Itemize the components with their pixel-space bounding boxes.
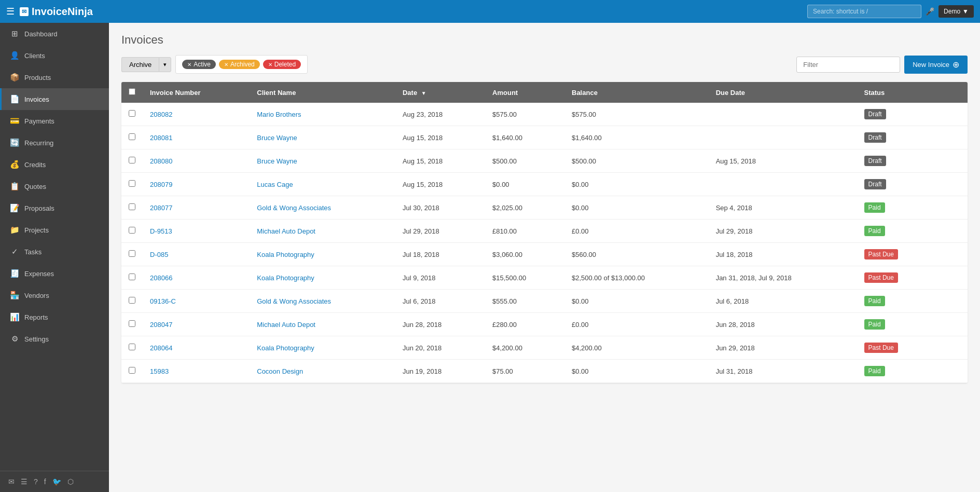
demo-button[interactable]: Demo ▼ [938,5,974,18]
client-name-link[interactable]: Koala Photography [257,344,314,352]
invoice-number-link[interactable]: 208064 [150,344,172,352]
invoice-number-link[interactable]: D-085 [150,251,168,258]
invoice-number-link[interactable]: 208081 [150,134,172,142]
row-client-name: Koala Photography [250,243,395,266]
client-name-link[interactable]: Michael Auto Depot [257,227,315,235]
header-status[interactable]: Status [857,82,936,103]
archive-dropdown-button[interactable]: ▾ [159,57,171,72]
archive-main-button[interactable]: Archive [121,57,159,72]
header-invoice-number[interactable]: Invoice Number [143,82,250,103]
new-invoice-button[interactable]: New Invoice ⊕ [904,56,968,74]
sidebar-item-recurring[interactable]: 🔄 Recurring [0,132,109,154]
sidebar-item-proposals[interactable]: 📝 Proposals [0,197,109,219]
client-name-link[interactable]: Mario Brothers [257,111,301,118]
row-checkbox[interactable] [129,203,135,210]
row-status: Past Due [857,243,936,266]
row-checkbox[interactable] [129,297,135,304]
header-balance[interactable]: Balance [564,82,709,103]
sidebar-item-expenses[interactable]: 🧾 Expenses [0,263,109,284]
archived-status-tag[interactable]: ✕ Archived [219,60,260,69]
row-checkbox[interactable] [129,157,135,163]
row-checkbox-cell [121,243,143,266]
client-name-link[interactable]: Gold & Wong Associates [257,204,331,212]
invoice-number-link[interactable]: 208066 [150,274,172,282]
page-title: Invoices [121,33,968,47]
bottom-facebook-icon[interactable]: f [41,475,49,488]
sidebar-item-reports[interactable]: 📊 Reports [0,306,109,328]
microphone-icon[interactable]: 🎤 [926,7,934,16]
row-invoice-number: 208047 [143,313,250,336]
sidebar-label-recurring: Recurring [24,139,53,147]
client-name-link[interactable]: Bruce Wayne [257,134,297,142]
row-checkbox-cell [121,266,143,290]
search-input[interactable] [807,5,921,18]
row-status: Past Due [857,336,936,360]
hamburger-button[interactable]: ☰ [6,6,15,17]
row-checkbox[interactable] [129,367,135,374]
select-all-checkbox[interactable] [129,88,135,95]
reports-icon: 📊 [10,312,19,322]
invoice-number-link[interactable]: D-9513 [150,227,172,235]
row-checkbox[interactable] [129,133,135,140]
sidebar-item-payments[interactable]: 💳 Payments [0,110,109,132]
sidebar-label-invoices: Invoices [24,95,49,103]
sidebar-label-reports: Reports [24,313,48,321]
header-due-date[interactable]: Due Date [709,82,857,103]
row-status: Paid [857,196,936,220]
row-amount: $500.00 [485,149,564,173]
sidebar-item-dashboard[interactable]: ⊞ Dashboard [0,23,109,45]
client-name-link[interactable]: Michael Auto Depot [257,321,315,329]
bottom-email-icon[interactable]: ✉ [5,475,18,488]
row-invoice-number: D-9513 [143,220,250,243]
row-amount: $575.00 [485,103,564,126]
bottom-twitter-icon[interactable]: 🐦 [49,475,64,488]
header-amount[interactable]: Amount [485,82,564,103]
sidebar-item-projects[interactable]: 📁 Projects [0,219,109,241]
row-checkbox[interactable] [129,227,135,234]
invoice-number-link[interactable]: 208077 [150,204,172,212]
sidebar-item-invoices[interactable]: 📄 Invoices [0,88,109,110]
table-row: 208064 Koala Photography Jun 20, 2018 $4… [121,336,968,360]
deleted-status-tag[interactable]: ✕ Deleted [263,60,301,69]
active-status-tag[interactable]: ✕ Active [182,60,216,69]
client-name-link[interactable]: Cocoon Design [257,367,303,375]
sidebar-item-settings[interactable]: ⚙ Settings [0,328,109,350]
row-checkbox[interactable] [129,320,135,327]
row-checkbox[interactable] [129,274,135,280]
invoice-number-link[interactable]: 15983 [150,367,169,375]
toolbar-right: New Invoice ⊕ [796,56,968,74]
invoice-number-link[interactable]: 208080 [150,157,172,165]
sidebar-item-products[interactable]: 📦 Products [0,66,109,88]
client-name-link[interactable]: Gold & Wong Associates [257,297,331,305]
row-status: Paid [857,290,936,313]
sidebar-label-quotes: Quotes [24,183,46,190]
sidebar-item-vendors[interactable]: 🏪 Vendors [0,284,109,306]
sidebar-item-quotes[interactable]: 📋 Quotes [0,175,109,197]
bottom-list-icon[interactable]: ☰ [18,475,31,488]
row-checkbox[interactable] [129,344,135,350]
header-date[interactable]: Date ▼ [395,82,485,103]
bottom-github-icon[interactable]: ⬡ [64,475,77,488]
client-name-link[interactable]: Koala Photography [257,251,314,258]
client-name-link[interactable]: Bruce Wayne [257,157,297,165]
table-row: 15983 Cocoon Design Jun 19, 2018 $75.00 … [121,360,968,383]
row-checkbox[interactable] [129,110,135,117]
client-name-link[interactable]: Koala Photography [257,274,314,282]
filter-input[interactable] [796,57,900,73]
invoice-number-link[interactable]: 208047 [150,321,172,329]
table-row: D-085 Koala Photography Jul 18, 2018 $3,… [121,243,968,266]
invoice-number-link[interactable]: 208079 [150,181,172,188]
invoice-number-link[interactable]: 09136-C [150,297,176,305]
invoice-number-link[interactable]: 208082 [150,111,172,118]
header-client-name[interactable]: Client Name [250,82,395,103]
sidebar-item-credits[interactable]: 💰 Credits [0,154,109,175]
row-checkbox[interactable] [129,250,135,257]
archive-button-group: Archive ▾ [121,57,171,72]
row-amount: $2,025.00 [485,196,564,220]
sidebar-item-clients[interactable]: 👤 Clients [0,45,109,66]
vendors-icon: 🏪 [10,291,19,300]
sidebar-item-tasks[interactable]: ✓ Tasks [0,241,109,263]
bottom-help-icon[interactable]: ? [31,475,41,488]
client-name-link[interactable]: Lucas Cage [257,181,293,188]
row-checkbox[interactable] [129,180,135,187]
